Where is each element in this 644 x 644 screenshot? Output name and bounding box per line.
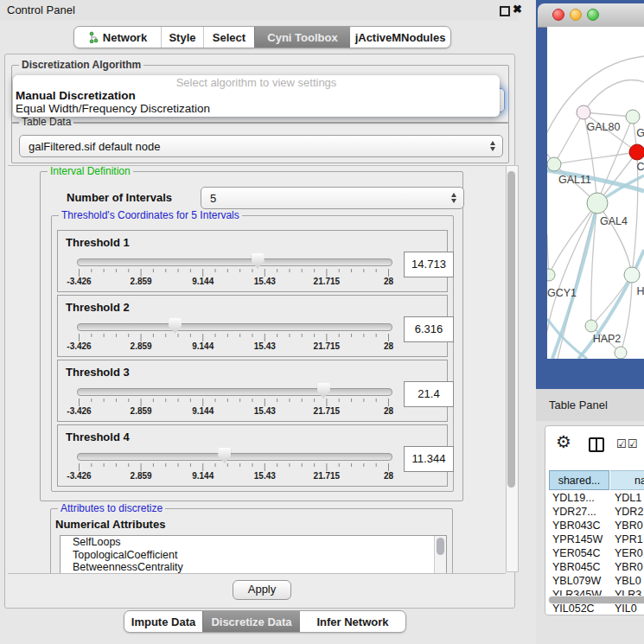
tab-network[interactable]: Network [74, 27, 161, 48]
network-node[interactable] [626, 110, 640, 124]
numerical-attributes-list[interactable]: SelfLoopsTopologicalCoefficientBetweenne… [60, 535, 447, 574]
cell-name: YDR2 [615, 506, 643, 518]
tab-jactivemnodules[interactable]: jActiveMNodules [350, 27, 450, 48]
vertical-scrollbar[interactable] [506, 165, 519, 572]
control-panel: Control Panel ✖ NetworkStyleSelectCyni T… [0, 0, 519, 644]
tab-infer-network[interactable]: Infer Network [300, 611, 405, 632]
group-title-thresholds: Threshold's Coordinates for 5 Intervals [59, 209, 242, 221]
slider-track[interactable] [77, 453, 392, 461]
slider-scale-label: 15.43 [254, 406, 276, 416]
close-icon[interactable]: ✖ [513, 3, 522, 16]
slider-scale-label: 15.43 [254, 471, 276, 481]
threshold-value-field[interactable]: 6.316 [404, 316, 454, 342]
minimize-window-icon[interactable] [570, 9, 582, 21]
slider-thumb[interactable] [218, 448, 231, 463]
tab-label: Network [103, 31, 147, 44]
threshold-value-field[interactable]: 21.4 [404, 381, 454, 407]
table-row[interactable]: YDL19...YDL1 [545, 491, 644, 505]
tab-label: Discretize Data [211, 615, 291, 628]
network-node-label: C [636, 161, 644, 173]
table-panel-body: ⚙ ☑☑ shared... na YDL19...YDL1YDR27...YD… [536, 421, 644, 644]
algorithm-dropdown-popup: Select algorithm to view settings Manual… [13, 75, 500, 117]
slider-scale-label: 21.715 [314, 471, 341, 481]
slider-scale-label: -3.426 [67, 471, 91, 481]
network-node[interactable] [547, 157, 561, 171]
column-header-shared[interactable]: shared... [549, 470, 609, 490]
network-node[interactable] [615, 347, 627, 359]
list-scrollbar[interactable] [434, 536, 446, 574]
network-node[interactable] [629, 144, 644, 160]
network-node-label: G [636, 127, 644, 139]
number-of-intervals-combobox[interactable]: 5 [201, 187, 464, 209]
table-row[interactable]: YPR145WYPR1 [545, 532, 644, 546]
table-row[interactable]: YBR045CYBR0 [545, 560, 644, 574]
split-column-icon[interactable] [589, 437, 604, 452]
tab-cyni-toolbox[interactable]: Cyni Toolbox [254, 27, 350, 48]
control-panel-titlebar: Control Panel ✖ [0, 0, 519, 21]
table-row[interactable]: YDR27...YDR2 [545, 505, 644, 519]
tab-style[interactable]: Style [161, 27, 203, 48]
network-view-canvas[interactable]: GAL80GCGAL11GAL4GCY1HHAP2 [547, 27, 644, 359]
tab-label: Select [213, 31, 245, 44]
slider-thumb[interactable] [317, 383, 330, 399]
tab-discretize-data[interactable]: Discretize Data [202, 611, 300, 632]
algorithm-option[interactable]: Manual Discretization [13, 89, 500, 102]
slider-scale-label: 9.144 [192, 471, 214, 481]
slider-track[interactable] [77, 323, 392, 331]
stepper-icon[interactable] [451, 193, 456, 203]
slider-ticks [77, 463, 391, 473]
slider-scale-label: -3.426 [67, 277, 91, 286]
slider-scale-label: -3.426 [67, 341, 91, 351]
threshold-value-field[interactable]: 14.713 [404, 252, 454, 277]
panel-title: Control Panel [7, 3, 75, 16]
slider-scale-label: 21.715 [314, 277, 341, 286]
scrollbar-thumb[interactable] [507, 171, 515, 488]
threshold-label: Threshold 3 [66, 366, 130, 379]
tab-select[interactable]: Select [203, 27, 254, 48]
slider-track[interactable] [77, 388, 392, 396]
cell-name: YPR1 [615, 533, 643, 545]
table-data-combobox[interactable]: galFiltered.sif default node [19, 135, 503, 157]
slider-track[interactable] [77, 258, 392, 266]
gear-icon[interactable]: ⚙ [556, 431, 571, 452]
threshold-panel: Threshold 2-3.4262.8599.14415.4321.71528… [57, 295, 448, 357]
table-row[interactable]: YER054CYER0 [545, 546, 644, 560]
attribute-list-item[interactable]: SelfLoops [61, 536, 446, 549]
tab-impute-data[interactable]: Impute Data [124, 611, 202, 632]
network-node-label: GAL4 [600, 215, 628, 227]
table-data-group: Table Data galFiltered.sif default node [11, 122, 509, 163]
cell-shared-name: YBL079W [552, 575, 601, 587]
slider-scale-label: 2.859 [131, 277, 152, 286]
network-node-label: HAP2 [593, 333, 622, 345]
network-node[interactable] [587, 193, 608, 214]
threshold-panel: Threshold 1-3.4262.8599.14415.4321.71528… [57, 230, 448, 292]
apply-button[interactable]: Apply [233, 580, 291, 600]
slider-scale-label: 21.715 [314, 406, 341, 416]
scrollbar-thumb[interactable] [549, 596, 644, 603]
float-icon[interactable] [500, 6, 510, 16]
network-node-label: H [636, 285, 644, 297]
table-row[interactable]: YBR043CYBR0 [545, 519, 644, 532]
slider-thumb[interactable] [169, 318, 182, 334]
table-row[interactable]: YBL079WYBL0 [545, 574, 644, 588]
network-node-label: GCY1 [547, 287, 577, 299]
stepper-icon[interactable] [490, 141, 495, 151]
network-node[interactable] [547, 269, 555, 281]
algorithm-option[interactable]: Equal Width/Frequency Discretization [13, 102, 500, 115]
attribute-list-item[interactable]: BetweennessCentrality [61, 561, 446, 574]
network-node[interactable] [624, 267, 640, 283]
threshold-value-field[interactable]: 11.344 [404, 446, 454, 472]
column-header-name[interactable]: na [610, 470, 644, 490]
close-window-icon[interactable] [552, 9, 564, 21]
threshold-label: Threshold 1 [66, 236, 130, 249]
horizontal-scrollbar[interactable] [548, 596, 644, 604]
zoom-window-icon[interactable] [587, 9, 599, 21]
network-node[interactable] [577, 105, 590, 119]
number-of-intervals-label: Number of Intervals [67, 191, 172, 204]
checkbox-icons[interactable]: ☑☑ [616, 437, 638, 450]
network-node[interactable] [585, 320, 597, 332]
cell-shared-name: YDR27... [552, 506, 596, 518]
attribute-list-item[interactable]: TopologicalCoefficient [61, 549, 446, 562]
slider-scale-label: 28 [384, 277, 393, 286]
slider-thumb[interactable] [252, 253, 265, 269]
